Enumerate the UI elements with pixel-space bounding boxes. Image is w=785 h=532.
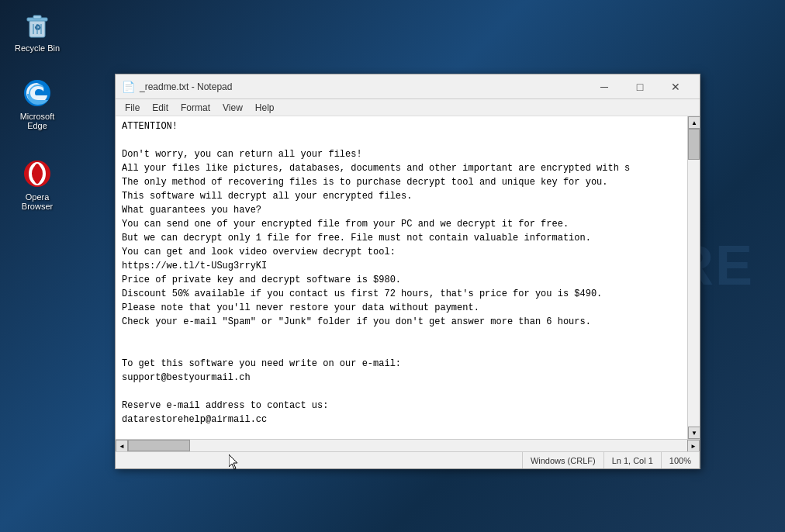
notepad-title-icon: 📄 xyxy=(122,81,135,93)
desktop-icon-recycle-bin[interactable]: ♻ Recycle Bin xyxy=(6,6,68,56)
title-bar: 📄 _readme.txt - Notepad ─ □ ✕ xyxy=(116,74,700,99)
notepad-textarea[interactable] xyxy=(116,116,687,439)
h-scroll-track xyxy=(128,440,687,451)
svg-point-10 xyxy=(33,164,41,184)
scroll-down-button[interactable]: ▼ xyxy=(688,427,700,439)
recycle-bin-label: Recycle Bin xyxy=(15,43,60,53)
menu-bar: File Edit Format View Help xyxy=(116,99,700,116)
status-bar: Windows (CRLF) Ln 1, Col 1 100% xyxy=(116,451,700,468)
opera-icon xyxy=(22,158,53,189)
status-encoding: Windows (CRLF) xyxy=(523,452,604,468)
svg-text:♻: ♻ xyxy=(34,23,41,32)
menu-file[interactable]: File xyxy=(119,101,146,115)
menu-edit[interactable]: Edit xyxy=(146,101,175,115)
status-empty xyxy=(116,452,523,468)
maximize-button[interactable]: □ xyxy=(622,74,658,99)
window-controls: ─ □ ✕ xyxy=(586,74,693,99)
opera-label: Opera Browser xyxy=(9,192,65,211)
svg-rect-2 xyxy=(33,16,41,19)
desktop-icon-opera[interactable]: Opera Browser xyxy=(6,155,68,214)
status-position: Ln 1, Col 1 xyxy=(604,452,662,468)
edge-label: Microsoft Edge xyxy=(9,112,65,130)
desktop: MYANTISPYWARE.CC ♻ Recycle Bin xyxy=(0,0,785,532)
scroll-up-button[interactable]: ▲ xyxy=(688,116,700,129)
scroll-right-button[interactable]: ► xyxy=(687,440,700,452)
minimize-button[interactable]: ─ xyxy=(586,74,622,99)
vertical-scrollbar[interactable]: ▲ ▼ xyxy=(687,116,700,439)
menu-help[interactable]: Help xyxy=(249,101,281,115)
edge-icon xyxy=(22,78,53,109)
notepad-content-area: ▲ ▼ xyxy=(116,116,700,439)
desktop-icon-edge[interactable]: Microsoft Edge xyxy=(6,74,68,133)
scroll-left-button[interactable]: ◄ xyxy=(116,440,128,452)
recycle-bin-icon: ♻ xyxy=(22,9,53,40)
close-button[interactable]: ✕ xyxy=(658,74,693,99)
notepad-title-text: _readme.txt - Notepad xyxy=(140,81,586,92)
scroll-track xyxy=(688,129,700,427)
h-scroll-thumb[interactable] xyxy=(128,440,190,451)
status-zoom: 100% xyxy=(662,452,700,468)
notepad-window: 📄 _readme.txt - Notepad ─ □ ✕ File Edit … xyxy=(115,74,700,469)
scroll-thumb[interactable] xyxy=(688,129,700,160)
horizontal-scrollbar[interactable]: ◄ ► xyxy=(116,439,700,451)
menu-view[interactable]: View xyxy=(216,101,249,115)
menu-format[interactable]: Format xyxy=(175,101,216,115)
